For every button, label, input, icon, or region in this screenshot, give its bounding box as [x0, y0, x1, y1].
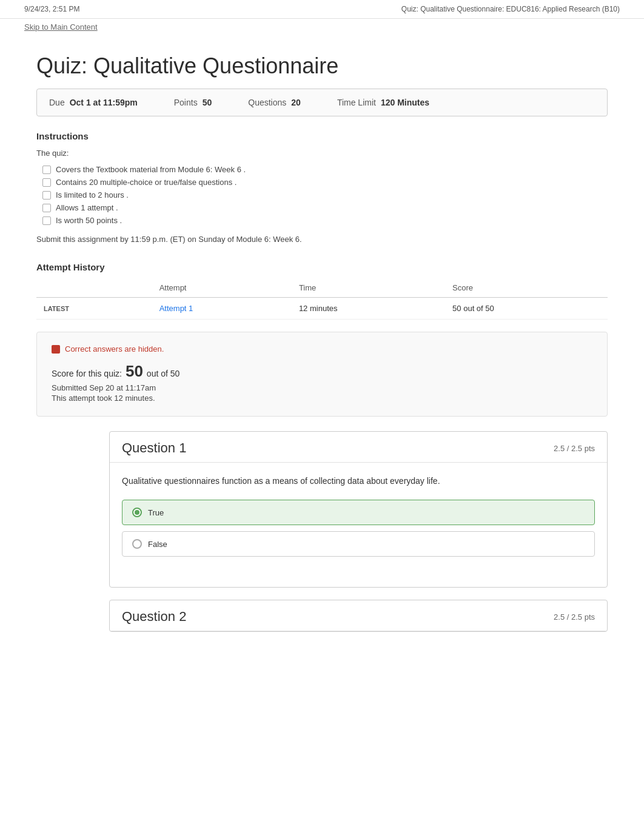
bullet-item: Contains 20 multiple-choice or true/fals… — [42, 178, 608, 187]
time-limit-label: Time Limit — [337, 98, 376, 107]
col-attempt: Attempt — [152, 278, 292, 298]
points-label: Points — [174, 98, 198, 107]
answer-option-1-1[interactable]: True — [122, 500, 595, 525]
quiz-meta-bar: Due Oct 1 at 11:59pm Points 50 Questions… — [36, 89, 608, 116]
bullet-checkbox — [42, 166, 51, 174]
score-label: Score for this quiz: — [52, 369, 122, 378]
time-limit-value: 120 Minutes — [381, 98, 429, 107]
bullet-text: Covers the Textbook material from Module… — [56, 165, 246, 174]
bullet-checkbox — [42, 178, 51, 187]
bullet-item: Is worth 50 points . — [42, 216, 608, 225]
due-meta: Due Oct 1 at 11:59pm — [49, 98, 138, 107]
page-title: Quiz: Qualitative Questionnaire: EDUC816… — [401, 5, 620, 13]
instructions-intro: The quiz: — [36, 149, 608, 158]
main-content: Quiz: Qualitative Questionnaire Due Oct … — [0, 35, 644, 680]
hidden-answers-notice: Correct answers are hidden. — [52, 344, 592, 354]
time-line: This attempt took 12 minutes. — [52, 394, 592, 403]
question-card-2: Question 22.5 / 2.5 pts — [109, 600, 608, 632]
answer-option-1-2[interactable]: False — [122, 531, 595, 557]
question-title-1: Question 1 — [122, 440, 186, 456]
questions-meta: Questions 20 — [248, 98, 301, 107]
points-meta: Points 50 — [174, 98, 212, 107]
quiz-title: Quiz: Qualitative Questionnaire — [36, 53, 608, 79]
bullet-checkbox — [42, 216, 51, 225]
due-label: Due — [49, 98, 65, 107]
radio-1-1 — [132, 508, 142, 517]
question-text-1: Qualitative questionnaires function as a… — [122, 475, 595, 488]
submitted-line: Submitted Sep 20 at 11:17am — [52, 383, 592, 392]
bullet-checkbox — [42, 204, 51, 212]
question-card-1: Question 12.5 / 2.5 ptsQualitative quest… — [109, 431, 608, 588]
bullet-text: Is limited to 2 hours . — [56, 190, 129, 200]
col-time: Time — [292, 278, 445, 298]
attempt-row: LATESTAttempt 112 minutes50 out of 50 — [36, 298, 608, 320]
bullet-text: Is worth 50 points . — [56, 216, 122, 225]
attempt-history-title: Attempt History — [36, 262, 608, 272]
question-header-2: Question 22.5 / 2.5 pts — [110, 600, 607, 631]
score-out-of: out of 50 — [147, 369, 180, 378]
score-card: Correct answers are hidden. Score for th… — [36, 332, 608, 417]
instructions-title: Instructions — [36, 131, 608, 141]
hidden-answers-text: Correct answers are hidden. — [65, 344, 164, 354]
bullet-item: Allows 1 attempt . — [42, 203, 608, 212]
attempt-cell: Attempt 1 — [152, 298, 292, 320]
answer-label-1-1: True — [148, 508, 164, 517]
question-points-2: 2.5 / 2.5 pts — [554, 612, 595, 622]
score-line: Score for this quiz: 50 out of 50 — [52, 362, 592, 381]
attempt-time: 12 minutes — [292, 298, 445, 320]
bullet-checkbox — [42, 191, 51, 200]
bullet-item: Is limited to 2 hours . — [42, 190, 608, 200]
bullet-text: Allows 1 attempt . — [56, 203, 118, 212]
question-points-1: 2.5 / 2.5 pts — [554, 444, 595, 453]
question-header-1: Question 12.5 / 2.5 pts — [110, 432, 607, 463]
hidden-icon — [52, 345, 60, 354]
due-value: Oct 1 at 11:59pm — [70, 98, 138, 107]
attempt-status: LATEST — [36, 298, 152, 320]
submit-note: Submit this assignment by 11:59 p.m. (ET… — [36, 235, 608, 244]
attempt-table: Attempt Time Score LATESTAttempt 112 min… — [36, 278, 608, 320]
time-limit-meta: Time Limit 120 Minutes — [337, 98, 429, 107]
questions-container: Question 12.5 / 2.5 ptsQualitative quest… — [36, 431, 608, 632]
answer-label-1-2: False — [148, 540, 167, 549]
bullet-list: Covers the Textbook material from Module… — [42, 165, 608, 225]
col-score: Score — [445, 278, 608, 298]
score-number: 50 — [126, 362, 143, 381]
question-title-2: Question 2 — [122, 609, 186, 625]
datetime: 9/24/23, 2:51 PM — [24, 5, 79, 13]
top-bar: 9/24/23, 2:51 PM Quiz: Qualitative Quest… — [0, 0, 644, 19]
bullet-text: Contains 20 multiple-choice or true/fals… — [56, 178, 236, 187]
attempt-score: 50 out of 50 — [445, 298, 608, 320]
col-status — [36, 278, 152, 298]
question-body-1: Qualitative questionnaires function as a… — [110, 463, 607, 587]
questions-value: 20 — [291, 98, 301, 107]
radio-1-2 — [132, 539, 142, 549]
bullet-item: Covers the Textbook material from Module… — [42, 165, 608, 174]
skip-to-main-link[interactable]: Skip to Main Content — [0, 19, 644, 35]
questions-label: Questions — [248, 98, 286, 107]
points-value: 50 — [203, 98, 212, 107]
attempt-link[interactable]: Attempt 1 — [159, 304, 193, 313]
